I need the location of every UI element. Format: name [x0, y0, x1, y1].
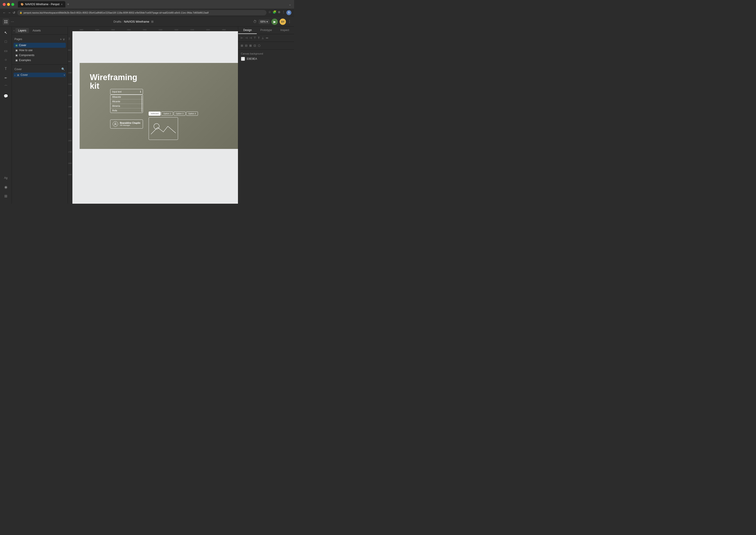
input-text: Input text — [112, 91, 122, 93]
page-item-examples[interactable]: ▣ Examples — [14, 58, 66, 63]
align-top-icon[interactable]: ⊤ — [253, 36, 257, 40]
right-tab-prototype[interactable]: Prototype — [257, 27, 275, 34]
right-tab-design[interactable]: Design — [238, 27, 257, 34]
layer-expand-icon[interactable]: ▸ — [14, 74, 15, 76]
color-tool[interactable]: ◉ — [2, 183, 10, 191]
forward-btn[interactable]: → — [8, 11, 11, 14]
left-toolbar: ↖ □ ▭ ○ T ✒ ⌒ 💬 — [0, 27, 12, 204]
align-left-icon[interactable]: ⊢ — [240, 36, 244, 40]
profile-icon[interactable]: ⊕ — [278, 10, 281, 15]
bg-color-box[interactable] — [241, 57, 245, 61]
zoom-control[interactable]: 68% ▾ — [258, 19, 270, 24]
ruler-mark-v-1: 700 — [68, 38, 70, 40]
layer-frame-icon: ▣ — [17, 73, 19, 76]
comment-tool[interactable]: 💬 — [2, 92, 10, 100]
curve-tool[interactable]: ⌒ — [2, 83, 10, 91]
canvas-content[interactable]: Cover Wireframing kit Input t — [72, 31, 238, 204]
component3-icon[interactable]: ⊠ — [249, 43, 253, 48]
new-tab-btn[interactable]: + — [67, 2, 69, 6]
align-right-icon[interactable]: ⊣ — [249, 36, 253, 40]
add-page-btn[interactable]: + — [60, 37, 62, 41]
frame-tool[interactable]: □ — [2, 38, 10, 46]
align-center-h-icon[interactable]: ⊣ — [244, 36, 248, 40]
dropdown-item-3[interactable]: Almería — [110, 104, 143, 108]
tab-bar: 🎨 NAVIOS Wireframe - Penpot ✕ + — [18, 1, 287, 8]
text-tool[interactable]: T — [2, 65, 10, 73]
left-panel: ‹ Layers Assets Pages + ∨ ▣ Cover — [12, 27, 68, 204]
play-btn[interactable]: ▶ — [271, 18, 278, 25]
tab-close-btn[interactable]: ✕ — [61, 3, 63, 6]
dist-h-icon[interactable]: ⇔ — [265, 36, 269, 40]
layer-item-cover[interactable]: ▸ ▣ Cover ▾ — [14, 73, 66, 77]
extensions-icon[interactable]: 🧩 — [273, 10, 277, 15]
tab-option3[interactable]: Option 3 — [174, 112, 185, 116]
layers-search-btn[interactable]: 🔍 — [61, 68, 65, 71]
tab-title: NAVIOS Wireframe - Penpot — [25, 3, 60, 6]
header-menu-btn[interactable]: ⋯ — [11, 20, 14, 23]
page-item-cover[interactable]: ▣ Cover — [14, 43, 66, 48]
wireframe-input[interactable]: Input text ℹ — [110, 89, 143, 95]
lock-icon: 🔒 — [19, 11, 22, 14]
mask-icon[interactable]: ⬡ — [257, 43, 261, 48]
canvas-bg-label: Canvas background — [241, 52, 291, 55]
dropdown-item-4[interactable]: Ávila — [110, 108, 143, 113]
history-icon[interactable]: ⏱ — [253, 20, 257, 24]
page-settings-icon[interactable]: ⊞ — [151, 20, 153, 23]
font-tool[interactable]: Ag — [2, 174, 10, 182]
minimize-btn[interactable] — [7, 3, 10, 6]
select-tool[interactable]: ↖ — [2, 29, 10, 37]
app-logo[interactable] — [3, 18, 9, 25]
bg-color-value[interactable]: E8E9EA — [247, 57, 257, 60]
svg-rect-2 — [4, 22, 6, 23]
design-tools-row: ⊢ ⊣ ⊣ ⊤ T ⊥ ⇔ — [238, 34, 294, 42]
url-bar[interactable]: 🔒 penpot.navios.biz/#/workspace/d9bb0b2b… — [17, 10, 266, 15]
grid-tool[interactable]: ⊞ — [2, 192, 10, 200]
drafts-link[interactable]: Drafts — [114, 20, 122, 23]
more-options-icon[interactable]: ⋮ — [288, 19, 291, 24]
person-avatar — [113, 121, 118, 127]
page-icon-cover: ▣ — [15, 44, 18, 47]
component-icon[interactable]: ⊞ — [240, 43, 244, 48]
align-text-icon[interactable]: T — [257, 36, 260, 40]
layer-expand-right-icon[interactable]: ▾ — [64, 74, 65, 76]
page-item-how-to-use[interactable]: ▣ How to use — [14, 48, 66, 53]
tab-option4[interactable]: Option 4 — [186, 112, 198, 116]
dropdown-item-2[interactable]: Alicante — [110, 99, 143, 104]
component4-icon[interactable]: ⊡ — [253, 43, 257, 48]
canvas-bg-bottom — [72, 149, 238, 204]
reload-btn[interactable]: ↺ — [13, 11, 15, 14]
canvas-area[interactable]: -5800 -5700 -5600 -5500 -5400 -5300 -520… — [68, 27, 238, 204]
ruler-mark-v-9: 1500 — [68, 128, 72, 130]
pen-tool[interactable]: ✒ — [2, 74, 10, 82]
ellipse-tool[interactable]: ○ — [2, 56, 10, 64]
user-avatar[interactable]: S — [286, 10, 291, 15]
rect-tool[interactable]: ▭ — [2, 47, 10, 55]
maximize-btn[interactable] — [11, 3, 14, 6]
tab-selected[interactable]: Selected — [148, 112, 161, 116]
close-btn[interactable] — [3, 3, 6, 6]
svg-rect-3 — [6, 22, 8, 23]
tab-option2[interactable]: Option 2 — [161, 112, 173, 116]
align-bottom-icon[interactable]: ⊥ — [261, 36, 265, 40]
right-tab-inspect[interactable]: Inspect — [276, 27, 294, 34]
component2-icon[interactable]: ⊟ — [244, 43, 248, 48]
tab-layers[interactable]: Layers — [15, 28, 29, 33]
panel-back-btn[interactable]: ‹ — [14, 29, 14, 32]
url-text: penpot.navios.biz/#/workspace/d9bb0b2b-5… — [23, 11, 208, 14]
dropdown-item-1[interactable]: Albacete — [110, 95, 143, 99]
bookmark-icon[interactable]: ☆ — [268, 10, 271, 15]
wireframe-dropdown[interactable]: Albacete Alicante Almería Ávila — [110, 95, 143, 113]
back-btn[interactable]: ← — [3, 11, 6, 14]
pages-section-title: Pages — [14, 38, 22, 41]
page-item-components[interactable]: ▣ Components — [14, 53, 66, 58]
active-tab[interactable]: 🎨 NAVIOS Wireframe - Penpot ✕ — [18, 1, 66, 8]
user-avatar-header[interactable]: SY — [280, 18, 286, 25]
menu-dots-icon[interactable]: ⋮ — [282, 10, 285, 15]
tab-assets[interactable]: Assets — [30, 28, 43, 33]
wireframe-frame[interactable]: Wireframing kit Input text ℹ Albacete — [80, 63, 238, 149]
main-area: ↖ □ ▭ ○ T ✒ ⌒ 💬 — [0, 27, 294, 204]
project-name[interactable]: NAVIOS Wireframe — [124, 20, 149, 23]
address-bar: ← → ↺ 🔒 penpot.navios.biz/#/workspace/d9… — [0, 9, 294, 17]
expand-pages-btn[interactable]: ∨ — [63, 37, 65, 41]
layer-name: Cover — [21, 73, 28, 76]
